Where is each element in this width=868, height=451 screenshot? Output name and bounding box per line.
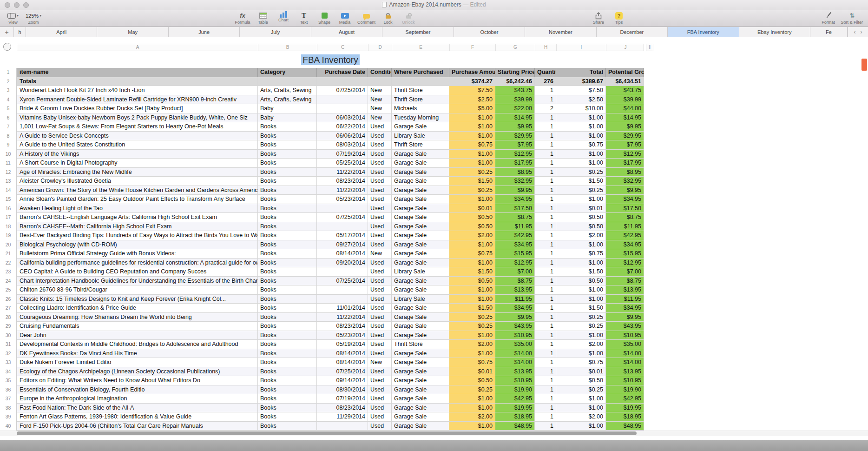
row-number[interactable]: 16 [0,204,17,213]
cell-name[interactable]: Vitamins Baby Unisex-baby Newborn Boys 2… [17,113,258,123]
cell-name[interactable]: Dear John [17,331,258,340]
cell-qty[interactable]: 1 [535,177,556,186]
row-number[interactable]: 39 [0,412,17,422]
cell-total[interactable]: $1.00 [556,404,606,413]
cell-price[interactable]: $14.95 [495,113,535,123]
row-number[interactable]: 13 [0,177,17,186]
cell-date[interactable]: 05/23/2014 [317,331,368,340]
cell-qty[interactable]: 1 [535,204,556,213]
cell-cond[interactable]: Used [368,367,392,377]
cell-cond[interactable]: Used [368,394,392,404]
cell-cond[interactable]: New [368,104,392,113]
cell-total[interactable]: $1.00 [556,285,606,295]
zoom-control[interactable]: 125% ▾ Zoom [24,11,43,26]
cell-price[interactable]: $12.95 [495,259,535,268]
cell-qty[interactable]: 1 [535,285,556,295]
cell-amt[interactable]: $2.00 [449,412,495,422]
cell-date[interactable]: 06/06/2014 [317,132,368,141]
cell-date[interactable]: 07/19/2014 [317,394,368,404]
format-button[interactable]: Format [819,11,837,26]
cell-date[interactable]: 06/22/2014 [317,122,368,132]
cell-where[interactable]: Thrift Store [392,86,449,95]
cell-amt[interactable]: $0.75 [449,140,495,150]
row-number[interactable]: 25 [0,285,17,295]
cell-amt[interactable]: $0.25 [449,313,495,322]
cell-where[interactable]: Garage Sale [392,122,449,132]
cell-cat[interactable]: Books [258,140,317,150]
cell-total[interactable]: $7.50 [556,86,606,95]
cell-price[interactable]: $19.95 [495,404,535,413]
cell-price[interactable]: $17.50 [495,204,535,213]
cell-where[interactable]: Garage Sale [392,159,449,168]
cell-date[interactable] [317,422,368,431]
row-number[interactable]: 1 [0,68,17,77]
cell-qty[interactable]: 1 [535,195,556,204]
cell-amt[interactable]: $5.00 [449,104,495,113]
cell-price[interactable]: $12.95 [495,150,535,159]
cell-name[interactable]: Bride & Groom Love Duckies Rubber Ducks … [17,104,258,113]
row-number[interactable]: 5 [0,104,17,113]
cell-gross[interactable]: $11.95 [606,222,644,232]
row-number[interactable]: 15 [0,195,17,204]
cell-total[interactable]: $0.75 [556,358,606,367]
cell-name[interactable]: 1,001 Low-Fat Soups & Stews: From Elegan… [17,122,258,132]
cell-date[interactable] [317,95,368,105]
row-number[interactable]: 3 [0,86,17,95]
cell-cond[interactable]: Used [368,159,392,168]
cell-total[interactable]: $2.00 [556,412,606,422]
cell-price[interactable]: $17.95 [495,159,535,168]
cell-amt[interactable]: $0.25 [449,385,495,395]
cell-gross[interactable]: $12.95 [606,150,644,159]
cell-cat[interactable]: Books [258,231,317,240]
cell-cond[interactable]: Used [368,177,392,186]
row-number[interactable]: 34 [0,367,17,377]
cell-date[interactable] [317,77,368,86]
cell-total[interactable]: $1.00 [556,132,606,141]
cell-gross[interactable]: $7.00 [606,267,644,277]
cell-qty[interactable]: 1 [535,159,556,168]
zoom-value[interactable]: 125% [26,13,39,19]
cell-gross[interactable]: $14.00 [606,349,644,358]
totals-amount[interactable]: $374.27 [449,77,495,86]
row-number[interactable]: 11 [0,159,17,168]
row-number[interactable]: 4 [0,95,17,105]
cell-total[interactable]: $2.00 [556,340,606,349]
cell-qty[interactable]: 1 [535,231,556,240]
cell-where[interactable]: Garage Sale [392,422,449,431]
cell-where[interactable]: Garage Sale [392,195,449,204]
row-number[interactable]: 8 [0,132,17,141]
cell-name[interactable]: Courageous Dreaming: How Shamans Dream t… [17,313,258,322]
cell-cond[interactable]: Used [368,422,392,431]
cell-price[interactable]: $8.95 [495,168,535,177]
table-title[interactable]: FBA Inventory [17,55,644,65]
cell-cond[interactable]: Used [368,322,392,331]
cell-date[interactable]: 07/25/2014 [317,213,368,222]
cell-name[interactable]: Developmental Contexts in Middle Childho… [17,340,258,349]
cell-where[interactable]: Garage Sale [392,304,449,313]
cell-cat[interactable]: Books [258,367,317,377]
cell-amt[interactable]: $0.25 [449,168,495,177]
cell-where[interactable]: Garage Sale [392,259,449,268]
cell-cat[interactable]: Books [258,304,317,313]
row-number[interactable]: 37 [0,394,17,404]
cell-amt[interactable]: $2.50 [449,95,495,105]
cell-cat[interactable]: Books [258,213,317,222]
cell-price[interactable]: $13.95 [495,367,535,377]
cell-price[interactable]: $7.00 [495,267,535,277]
row-number[interactable]: 18 [0,222,17,232]
formula-button[interactable]: fx Formula [233,11,252,26]
totals-quantity[interactable]: 276 [535,77,556,86]
column-letter-e[interactable]: E [392,44,450,51]
cell-gross[interactable]: $14.95 [606,113,644,123]
cell-name[interactable]: Duke Nukem Forever Limited Editio [17,358,258,367]
row-number[interactable]: 20 [0,240,17,250]
cell-amt[interactable]: $1.00 [449,349,495,358]
cell-qty[interactable]: 1 [535,295,556,304]
cell-price[interactable]: $42.95 [495,231,535,240]
cell-cond[interactable]: Used [368,168,392,177]
cell-where[interactable]: Michaels [392,104,449,113]
column-header-where[interactable]: Where Purchased [392,68,449,77]
column-letter-i[interactable]: I [557,44,606,51]
row-number[interactable]: 2 [0,77,17,86]
cell-where[interactable]: Thrift Store [392,140,449,150]
